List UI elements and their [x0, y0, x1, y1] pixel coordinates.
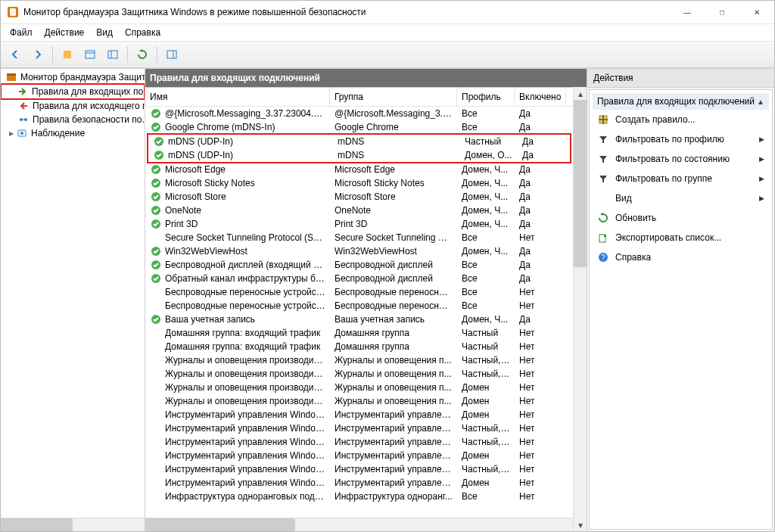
- menu-file[interactable]: Файл: [4, 26, 39, 39]
- rule-group: Print 3D: [335, 219, 367, 229]
- action-item[interactable]: Фильтровать по состоянию▶: [593, 149, 769, 169]
- table-row[interactable]: Журналы и оповещения производител...Журн…: [145, 394, 573, 408]
- tree[interactable]: Монитор брандмауэра Защит Правила для вх…: [1, 69, 145, 518]
- table-row[interactable]: Microsoft StoreMicrosoft StoreДомен, Ч..…: [145, 190, 573, 204]
- rule-name: Инструментарий управления Windows ...: [165, 423, 325, 434]
- list-scrollbar-h[interactable]: [145, 518, 573, 531]
- table-row[interactable]: Ваша учетная записьВаша учетная записьДо…: [145, 313, 573, 326]
- minimize-button[interactable]: —: [670, 1, 705, 23]
- table-row[interactable]: mDNS (UDP-In)mDNSДомен, О...Да: [148, 148, 570, 162]
- rule-profile: Домен, Ч...: [462, 219, 508, 229]
- table-row[interactable]: Инструментарий управления Windows ...Инс…: [145, 408, 573, 422]
- window-title: Монитор брандмауэра Защитника Windows в …: [23, 7, 670, 17]
- tree-connsec-rules[interactable]: Правила безопасности по...: [1, 113, 145, 126]
- list-body[interactable]: @{Microsoft.Messaging_3.37.23004.0_x64..…: [145, 107, 573, 518]
- menu-view[interactable]: Вид: [90, 26, 119, 39]
- tree-label: Наблюдение: [31, 128, 85, 138]
- tree-root[interactable]: Монитор брандмауэра Защит: [1, 70, 145, 84]
- tree-monitoring[interactable]: ▸ Наблюдение: [1, 126, 145, 140]
- rule-name: Microsoft Store: [165, 191, 226, 202]
- list-scrollbar-v[interactable]: ▴ ▾: [573, 87, 587, 531]
- refresh-button[interactable]: [132, 45, 152, 64]
- table-row[interactable]: Беспроводной дисплей (входящий тра...Бес…: [145, 258, 573, 272]
- table-row[interactable]: Журналы и оповещения производител...Журн…: [145, 381, 573, 394]
- table-row[interactable]: Домашняя группа: входящий трафикДомашняя…: [145, 340, 573, 353]
- rule-name: Google Chrome (mDNS-In): [165, 122, 275, 132]
- rule-profile: Частный: [462, 341, 498, 352]
- table-row[interactable]: Домашняя группа: входящий трафикДомашняя…: [145, 326, 573, 340]
- tree-outbound-rules[interactable]: Правила для исходящего п...: [1, 99, 145, 113]
- maximize-button[interactable]: □: [705, 1, 739, 23]
- rule-group: Инструментарий управлен...: [335, 464, 453, 474]
- menu-action[interactable]: Действие: [39, 26, 91, 39]
- close-button[interactable]: ✕: [739, 1, 774, 23]
- table-row[interactable]: OneNoteOneNoteДомен, Ч...Да: [145, 204, 573, 217]
- menu-help[interactable]: Справка: [119, 26, 167, 39]
- rule-group: Microsoft Edge: [335, 164, 395, 175]
- table-row[interactable]: mDNS (UDP-In)mDNSЧастныйДа: [148, 135, 570, 148]
- table-row[interactable]: Инструментарий управления Windows ...Инс…: [145, 422, 573, 435]
- table-row[interactable]: Инструментарий управления Windows ...Инс…: [145, 435, 573, 449]
- table-row[interactable]: Журналы и оповещения производител...Журн…: [145, 353, 573, 367]
- table-row[interactable]: Инфраструктура одноранговых подкл...Инфр…: [145, 490, 573, 503]
- rule-status-icon: [153, 135, 165, 148]
- table-row[interactable]: Google Chrome (mDNS-In)Google ChromeВсеД…: [145, 120, 573, 134]
- col-header-enabled[interactable]: Включено: [515, 88, 566, 106]
- panel-button-2[interactable]: [103, 45, 123, 64]
- action-item[interactable]: Создать правило...: [593, 110, 769, 129]
- rule-status-icon: [150, 204, 162, 216]
- back-button[interactable]: [5, 45, 25, 64]
- forward-button[interactable]: [28, 45, 48, 64]
- action-item[interactable]: Вид▶: [593, 188, 769, 208]
- table-row[interactable]: Print 3DPrint 3DДомен, Ч...Да: [145, 217, 573, 231]
- rule-group: Беспроводной дисплей: [335, 260, 433, 270]
- scrollbar-thumb[interactable]: [574, 100, 587, 267]
- col-header-group[interactable]: Группа: [330, 88, 457, 106]
- list-wrap: Имя Группа Профиль Включено @{Microsoft.…: [145, 87, 587, 531]
- table-row[interactable]: Инструментарий управления Windows ...Инс…: [145, 449, 573, 462]
- table-row[interactable]: Журналы и оповещения производител...Журн…: [145, 367, 573, 381]
- rule-name: Ваша учетная запись: [165, 314, 255, 325]
- scrollbar-thumb[interactable]: [1, 518, 73, 531]
- rule-group: Инструментарий управлен...: [335, 450, 453, 461]
- rule-group: Инструментарий управлен...: [335, 437, 453, 447]
- actions-group-header[interactable]: Правила для входящих подключений ▲: [593, 93, 769, 110]
- rule-profile: Все: [462, 287, 478, 297]
- svg-rect-3: [86, 51, 95, 58]
- panel-button-1[interactable]: [80, 45, 100, 64]
- scrollbar-thumb[interactable]: [145, 518, 295, 531]
- rule-profile: Домен: [462, 396, 490, 406]
- action-item[interactable]: Обновить: [593, 208, 769, 228]
- table-row[interactable]: Secure Socket Tunneling Protocol (SSTP-.…: [145, 231, 573, 244]
- tree-inbound-rules[interactable]: Правила для входящих по...: [1, 83, 145, 100]
- scroll-up-button[interactable]: ▴: [574, 87, 587, 100]
- table-row[interactable]: @{Microsoft.Messaging_3.37.23004.0_x64..…: [145, 107, 573, 120]
- table-row[interactable]: Microsoft EdgeMicrosoft EdgeДомен, Ч...Д…: [145, 163, 573, 176]
- rule-status-icon: [150, 354, 162, 366]
- table-row[interactable]: Беспроводные переносные устройства...Бес…: [145, 285, 573, 299]
- rule-enabled: Да: [519, 178, 531, 188]
- action-item[interactable]: Экспортировать список...: [593, 228, 769, 247]
- rule-enabled: Нет: [519, 328, 534, 338]
- table-row[interactable]: Инструментарий управления Windows ...Инс…: [145, 462, 573, 476]
- tree-label: Правила безопасности по...: [33, 114, 145, 125]
- action-item[interactable]: ?Справка: [593, 247, 769, 267]
- rule-profile: Все: [462, 108, 478, 119]
- panel-button-3[interactable]: [162, 45, 182, 64]
- table-row[interactable]: Microsoft Sticky NotesMicrosoft Sticky N…: [145, 176, 573, 190]
- tree-scrollbar-h[interactable]: [1, 518, 145, 531]
- col-header-profile[interactable]: Профиль: [457, 88, 515, 106]
- rule-status-icon: [150, 286, 162, 298]
- table-row[interactable]: Win32WebViewHostWin32WebViewHostДомен, Ч…: [145, 244, 573, 258]
- table-row[interactable]: Обратный канал инфраструктуры бесп...Бес…: [145, 272, 573, 285]
- expand-icon[interactable]: ▸: [7, 128, 16, 138]
- scroll-track[interactable]: [574, 100, 587, 518]
- col-header-name[interactable]: Имя: [145, 88, 330, 106]
- action-item[interactable]: Фильтровать по группе▶: [593, 169, 769, 188]
- rule-group: Беспроводные переносны...: [335, 287, 453, 297]
- action-item[interactable]: Фильтровать по профилю▶: [593, 129, 769, 149]
- scroll-down-button[interactable]: ▾: [574, 518, 587, 531]
- action-button[interactable]: [58, 45, 77, 64]
- table-row[interactable]: Беспроводные переносные устройства...Бес…: [145, 299, 573, 313]
- table-row[interactable]: Инструментарий управления Windows ...Инс…: [145, 476, 573, 490]
